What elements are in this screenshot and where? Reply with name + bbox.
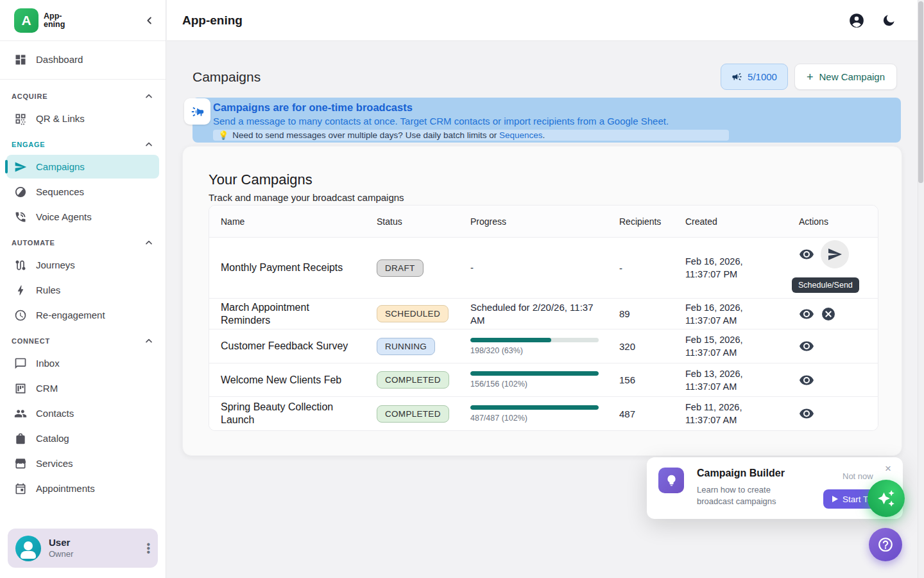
campaigns-table: Name Status Progress Recipients Created … [209, 205, 878, 431]
progress-text: Scheduled for 2/20/26, 11:37 AM [470, 301, 599, 327]
sidebar-item-label: Dashboard [36, 54, 83, 65]
banner-tip: 💡 Need to send messages over multiple da… [213, 130, 729, 141]
col-created: Created [685, 216, 799, 227]
progress-text: - [470, 261, 599, 274]
banner-title: Campaigns are for one-time broadcasts [213, 101, 893, 114]
cancel-campaign-button[interactable] [821, 306, 836, 322]
sidebar-item-label: Re-engagement [36, 310, 105, 320]
sidebar-logo-row: A App-ening [0, 0, 166, 41]
sidebar-collapse-icon[interactable] [144, 15, 155, 26]
sidebar-item-label: Appointments [36, 483, 95, 494]
section-header-automate[interactable]: AUTOMATE [6, 232, 159, 252]
ai-assistant-fab[interactable] [868, 480, 905, 517]
lightbulb-icon: 💡 [218, 130, 228, 140]
play-icon [832, 496, 838, 502]
user-card[interactable]: User Owner ••• [8, 529, 158, 568]
calendar-icon [14, 482, 27, 495]
table-header-row: Name Status Progress Recipients Created … [209, 206, 878, 238]
help-fab[interactable] [869, 528, 902, 561]
sidebar-item-inbox[interactable]: Inbox [6, 351, 159, 375]
col-recipients: Recipients [619, 216, 685, 227]
megaphone-icon [184, 98, 210, 125]
sidebar-item-rules[interactable]: Rules [6, 278, 159, 302]
section-label: AUTOMATE [12, 239, 55, 247]
view-campaign-button[interactable] [799, 247, 814, 262]
send-icon [827, 247, 843, 262]
sidebar-item-re-engagement[interactable]: Re-engagement [6, 303, 159, 327]
megaphone-icon [732, 71, 742, 82]
view-campaign-button[interactable] [799, 372, 814, 388]
sidebar-item-catalog[interactable]: Catalog [6, 426, 159, 450]
chevron-up-icon [144, 91, 154, 101]
sidebar-item-sequences[interactable]: Sequences [6, 180, 159, 204]
close-icon[interactable]: × [885, 462, 891, 475]
new-campaign-label: New Campaign [819, 71, 885, 82]
section-header-connect[interactable]: CONNECT [6, 331, 159, 350]
kanban-icon [14, 382, 27, 395]
sidebar-nav: DashboardACQUIREQR & LinksENGAGECampaign… [0, 41, 166, 578]
new-campaign-button[interactable]: + New Campaign [794, 64, 897, 90]
banner-body: Send a message to many contacts at once.… [213, 114, 893, 128]
section-header-acquire[interactable]: ACQUIRE [6, 86, 159, 105]
app-logo-text: App-ening [44, 12, 72, 29]
popup-subtitle: Learn how to create broadcast campaigns [697, 484, 800, 507]
sidebar-item-label: Campaigns [36, 161, 85, 172]
sidebar-item-label: CRM [36, 383, 58, 394]
status-badge: DRAFT [377, 259, 424, 277]
sidebar-item-journeys[interactable]: Journeys [6, 253, 159, 277]
phone-icon [14, 211, 27, 223]
schedule-send-button[interactable] [821, 240, 849, 268]
help-icon [877, 536, 894, 553]
sidebar-item-appointments[interactable]: Appointments [6, 477, 159, 500]
nav-section-acquire: ACQUIREQR & Links [0, 79, 166, 133]
lightbulb-icon [658, 468, 684, 493]
recipients-count: 487 [619, 408, 685, 419]
popup-title: Campaign Builder [697, 468, 785, 479]
page-title: Campaigns [193, 69, 261, 85]
campaigns-card-title: Your Campaigns [209, 171, 312, 188]
status-badge: SCHEDULED [377, 305, 449, 322]
sidebar-item-crm[interactable]: CRM [6, 376, 159, 400]
scrollbar-track[interactable] [918, 0, 924, 578]
sidebar-item-contacts[interactable]: Contacts [6, 401, 159, 425]
banner-tip-text: Need to send messages over multiple days… [232, 130, 499, 140]
table-row: Spring Beauty Collection LaunchCOMPLETED… [209, 397, 878, 430]
sequences-link[interactable]: Sequences [499, 130, 543, 140]
sidebar-item-dashboard[interactable]: Dashboard [6, 48, 159, 71]
campaign-quota-badge[interactable]: 5/1000 [721, 64, 788, 90]
sparkles-icon [877, 489, 895, 507]
col-progress: Progress [470, 216, 619, 227]
user-avatar-icon [15, 536, 41, 561]
sidebar-item-label: Sequences [36, 186, 84, 197]
nav-section: Dashboard [0, 45, 166, 74]
quota-value: 5/1000 [748, 71, 777, 82]
bag-icon [14, 432, 27, 445]
sidebar-item-label: Contacts [36, 408, 74, 419]
user-name: User [49, 537, 73, 548]
inbox-icon [14, 357, 27, 370]
sidebar-item-campaigns[interactable]: Campaigns [6, 155, 159, 179]
nav-section-connect: CONNECTInboxCRMContactsCatalogServicesAp… [0, 329, 166, 503]
sidebar-item-services[interactable]: Services [6, 451, 159, 475]
account-icon[interactable] [848, 12, 865, 29]
user-menu-icon[interactable]: ••• [146, 543, 150, 554]
topbar: App-ening [167, 0, 924, 41]
sidebar-item-label: Rules [36, 285, 60, 295]
view-campaign-button[interactable] [799, 306, 814, 322]
sidebar-item-voice-agents[interactable]: Voice Agents [6, 205, 159, 229]
section-label: CONNECT [12, 337, 50, 345]
campaign-name: Spring Beauty Collection Launch [221, 401, 377, 426]
not-now-button[interactable]: Not now [843, 471, 873, 481]
progress-label: 487/487 (102%) [470, 414, 599, 423]
clock-icon [14, 309, 27, 322]
sidebar-item-qr-links[interactable]: QR & Links [6, 107, 159, 130]
view-campaign-button[interactable] [799, 338, 814, 354]
topbar-title: App-ening [182, 13, 243, 28]
section-header-engage[interactable]: ENGAGE [6, 134, 159, 153]
dark-mode-icon[interactable] [882, 13, 896, 28]
sidebar-item-label: Voice Agents [36, 211, 92, 222]
scrollbar-thumb[interactable] [918, 1, 923, 183]
view-campaign-button[interactable] [799, 406, 814, 421]
people-icon [14, 407, 27, 420]
created-date: Feb 13, 2026,11:37:07 AM [685, 367, 799, 393]
